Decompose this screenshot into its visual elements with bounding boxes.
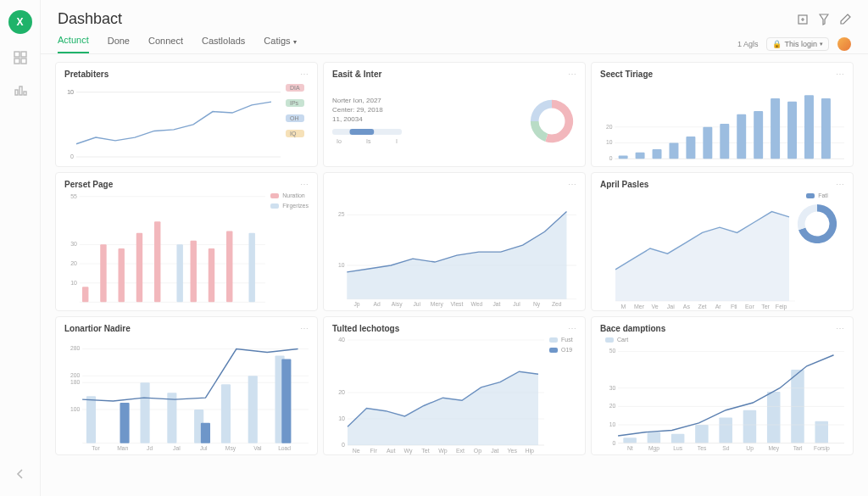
svg-text:Is: Is (366, 138, 371, 144)
tab-done[interactable]: Done (108, 36, 130, 53)
svg-text:10: 10 (609, 421, 616, 427)
svg-rect-1 (21, 52, 26, 57)
chart-card: Lonartior Nadire⋯100180200280520TorManJd… (55, 316, 318, 455)
svg-text:Jal: Jal (173, 445, 181, 451)
card-menu-icon[interactable]: ⋯ (300, 180, 309, 189)
edit-icon[interactable] (839, 14, 851, 25)
svg-text:Wed: Wed (471, 301, 483, 307)
svg-text:10: 10 (67, 89, 74, 95)
svg-rect-35 (754, 111, 763, 159)
svg-rect-28 (636, 153, 645, 159)
svg-rect-32 (703, 127, 712, 159)
svg-text:Zet: Zet (698, 304, 706, 309)
svg-rect-4 (15, 90, 18, 95)
svg-rect-107 (120, 403, 129, 443)
card-menu-icon[interactable]: ⋯ (568, 70, 576, 79)
card-menu-icon[interactable]: ⋯ (836, 324, 844, 333)
svg-text:50: 50 (609, 348, 616, 354)
svg-text:Eor: Eor (745, 304, 755, 309)
card-menu-icon[interactable]: ⋯ (300, 324, 309, 333)
card-menu-icon[interactable]: ⋯ (300, 70, 309, 79)
svg-text:M: M (620, 304, 626, 309)
card-title: Bace damptions (600, 324, 665, 333)
svg-text:Jd: Jd (147, 445, 153, 451)
svg-text:10: 10 (606, 139, 613, 145)
svg-text:Tes: Tes (698, 445, 707, 451)
svg-text:Yes: Yes (508, 448, 518, 454)
svg-text:Msy: Msy (225, 445, 236, 452)
funnel-icon[interactable] (819, 14, 829, 25)
svg-rect-108 (201, 423, 210, 443)
svg-text:25: 25 (338, 211, 345, 217)
legend-item: Nuration (270, 192, 309, 198)
svg-text:Feip: Feip (776, 304, 787, 310)
svg-rect-37 (787, 102, 797, 159)
svg-text:Jul: Jul (200, 445, 208, 451)
svg-text:Ad: Ad (374, 301, 381, 307)
svg-rect-142 (719, 417, 732, 443)
svg-text:Ext: Ext (456, 448, 465, 454)
svg-rect-38 (804, 95, 814, 159)
svg-text:20: 20 (609, 403, 616, 409)
svg-rect-104 (221, 384, 231, 443)
chart-card: Bace damptions⋯010203050NtMgpLusTesSdUpM… (591, 316, 854, 455)
svg-text:Jui: Jui (413, 301, 420, 307)
svg-rect-55 (154, 221, 160, 302)
svg-text:20: 20 (606, 124, 613, 130)
tag: IPs (286, 99, 304, 107)
count-label: 1 Agls (737, 40, 759, 48)
scope-selector[interactable]: 🔒This login▾ (766, 37, 829, 51)
svg-rect-3 (21, 59, 26, 64)
svg-text:20: 20 (338, 389, 345, 395)
card-title: Seect Tiriage (600, 70, 653, 79)
svg-rect-16 (350, 129, 375, 135)
svg-rect-60 (248, 233, 254, 303)
svg-text:Ter: Ter (761, 304, 770, 309)
app-logo[interactable]: X (8, 10, 32, 34)
card-menu-icon[interactable]: ⋯ (568, 180, 576, 189)
svg-rect-31 (686, 137, 695, 159)
svg-text:Aut: Aut (387, 448, 396, 454)
svg-rect-39 (821, 98, 831, 159)
tab-connect[interactable]: Connect (148, 36, 183, 53)
svg-text:Lus: Lus (673, 445, 682, 451)
svg-rect-105 (248, 376, 258, 443)
card-title: Perset Page (64, 180, 113, 189)
svg-rect-139 (648, 432, 661, 443)
svg-rect-109 (281, 359, 291, 443)
svg-text:Up: Up (746, 445, 754, 452)
nav-analytics-icon[interactable] (12, 81, 29, 98)
card-menu-icon[interactable]: ⋯ (836, 70, 844, 79)
svg-text:Wy: Wy (404, 448, 414, 454)
card-menu-icon[interactable]: ⋯ (568, 324, 576, 333)
svg-text:Sd: Sd (722, 445, 729, 451)
svg-rect-138 (623, 437, 637, 443)
tab-actunct[interactable]: Actunct (58, 35, 89, 53)
legend-item: Fatl (806, 192, 828, 198)
svg-text:Jat: Jat (491, 448, 498, 454)
svg-text:Val: Val (253, 445, 262, 451)
svg-text:Load: Load (278, 445, 291, 451)
export-icon[interactable] (797, 14, 809, 25)
svg-text:Jp: Jp (354, 301, 360, 308)
svg-rect-100 (86, 396, 96, 443)
svg-text:0: 0 (342, 442, 345, 448)
svg-text:Nt: Nt (627, 445, 633, 451)
svg-rect-102 (167, 393, 176, 443)
svg-text:0: 0 (70, 153, 74, 159)
card-menu-icon[interactable]: ⋯ (836, 180, 844, 189)
info-text: Norter Ion, 2027 (332, 96, 520, 105)
svg-text:Mey: Mey (769, 445, 780, 452)
svg-text:Ve: Ve (651, 304, 658, 309)
card-title: Lonartior Nadire (64, 324, 131, 333)
sidebar-collapse-icon[interactable] (12, 465, 29, 482)
card-title: Easit & Inter (332, 70, 381, 79)
nav-dashboard-icon[interactable] (12, 49, 29, 66)
svg-text:10: 10 (338, 415, 345, 421)
svg-text:Fti: Fti (731, 304, 737, 309)
tab-catigs[interactable]: Catigs▾ (264, 36, 296, 53)
user-avatar[interactable] (837, 37, 851, 51)
svg-rect-140 (671, 434, 685, 443)
tab-castlolads[interactable]: Castlolads (202, 36, 245, 53)
svg-text:Forsip: Forsip (814, 445, 830, 452)
